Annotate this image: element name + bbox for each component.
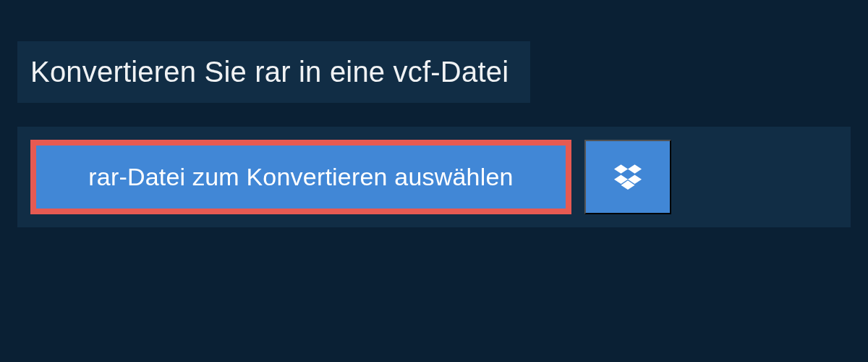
- select-file-button[interactable]: rar-Datei zum Konvertieren auswählen: [30, 140, 571, 214]
- page-title: Konvertieren Sie rar in eine vcf-Datei: [30, 56, 509, 88]
- dropbox-icon: [614, 162, 642, 192]
- heading-container: Konvertieren Sie rar in eine vcf-Datei: [17, 41, 530, 103]
- dropbox-button[interactable]: [584, 140, 671, 214]
- action-panel: rar-Datei zum Konvertieren auswählen: [17, 127, 851, 227]
